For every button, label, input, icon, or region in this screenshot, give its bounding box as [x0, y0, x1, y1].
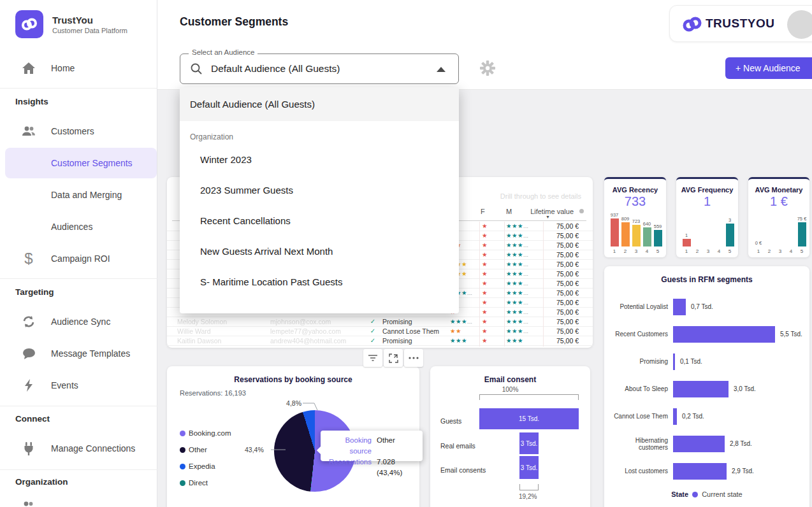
email-consent-card: Email consent 100% Guests15 Tsd.Real ema…	[430, 366, 590, 507]
funnel-top-bracket	[479, 394, 579, 400]
more-options-icon[interactable]	[404, 349, 423, 367]
customers-icon	[20, 125, 37, 137]
kpi-axis-ticks: 12345	[754, 248, 806, 254]
kpi-mini-bars: 13	[682, 217, 734, 246]
sidebar-item-customer-segments[interactable]: Customer Segments	[5, 148, 157, 178]
sidebar-item-customers[interactable]: Customers	[0, 120, 157, 143]
funnel-bar: 3 Tsd.	[519, 432, 539, 454]
kpi-avg-monetary: AVG Monetary 1 € 0 €75 € 12345	[748, 177, 809, 257]
audience-option[interactable]: 2023 Summer Guests	[180, 175, 459, 205]
sidebar-item-campaign-roi[interactable]: $ Campaign ROI	[0, 247, 157, 270]
rfm-segments-card: Guests in RFM segments Potential Loyalis…	[604, 266, 809, 507]
funnel-bottom-bracket	[519, 484, 539, 490]
funnel-top-label: 100%	[430, 386, 590, 393]
people-icon-partial	[20, 501, 36, 507]
legend-dot-icon	[692, 492, 698, 497]
sidebar-item-events[interactable]: Events	[0, 374, 157, 397]
sidebar-item-home[interactable]: Home	[0, 57, 157, 80]
kpi-mini-bars: 937809723640559	[610, 212, 662, 246]
trustyou-wordmark-icon	[681, 15, 703, 36]
divider	[0, 469, 157, 470]
audience-option[interactable]: New Guests Arrival Next Month	[180, 236, 459, 266]
kpi-avg-frequency: AVG Frequency 1 13 12345	[676, 177, 738, 257]
dollar-icon: $	[20, 250, 37, 268]
column-divider	[504, 222, 505, 346]
funnel-bar: 15 Tsd.	[479, 408, 579, 429]
section-title-targeting: Targeting	[15, 287, 54, 297]
rfm-bar-row: About To Sleep3,0 Tsd.	[604, 375, 809, 403]
audience-select[interactable]: Select an Audience Default Audience (All…	[180, 54, 459, 84]
home-icon	[20, 62, 37, 75]
sync-icon	[20, 315, 37, 328]
divider	[0, 88, 157, 89]
app-window: TrustYou Customer Data Platform Home Ins…	[0, 0, 812, 507]
info-dot-icon	[579, 209, 584, 213]
sidebar-item-audiences[interactable]: Audiences	[0, 215, 157, 238]
trustyou-logo-icon	[15, 10, 43, 38]
col-header-m[interactable]: M	[506, 208, 512, 215]
pie-callout-big: 43,4%	[245, 446, 264, 453]
booking-source-card: Reservations by booking source Reservati…	[167, 366, 419, 507]
pie-callout-small: 4,8%	[286, 399, 301, 407]
new-audience-button[interactable]: + New Audience	[725, 57, 812, 79]
audience-option[interactable]: S- Maritime Location Past Guests	[180, 266, 459, 297]
sidebar-item-manage-connections[interactable]: Manage Connections	[0, 437, 157, 460]
brand-name: TrustYou	[52, 15, 127, 25]
audience-dropdown: Default Audience (All Guests) Organizati…	[180, 87, 459, 313]
kpi-mini-bars: 0 €75 €	[754, 216, 806, 246]
audience-option-selected[interactable]: Default Audience (All Guests)	[180, 87, 459, 121]
plug-icon	[20, 442, 37, 455]
topbar-brand-card: TRUSTYOU	[669, 5, 812, 42]
brand: TrustYou Customer Data Platform	[15, 10, 127, 38]
rfm-bar-row: Hibernating customers2,8 Tsd.	[604, 430, 809, 457]
section-title-connect: Connect	[15, 414, 50, 424]
col-header-lifetime[interactable]: Lifetime value	[530, 208, 574, 215]
rfm-bar-row: Recent Customers5,5 Tsd.	[604, 320, 809, 348]
kpi-value: 1 €	[748, 194, 809, 209]
kpi-avg-recency: AVG Recency 733 937809723640559 12345	[604, 177, 666, 257]
filter-icon[interactable]	[363, 349, 382, 367]
audience-group-label: Organization	[190, 132, 459, 141]
gear-icon[interactable]	[479, 60, 496, 79]
focus-mode-icon[interactable]	[384, 349, 403, 367]
search-icon	[190, 62, 203, 78]
kpi-value: 733	[604, 194, 666, 209]
audience-select-value: Default Audience (All Guests)	[211, 54, 340, 83]
sidebar-item-audience-sync[interactable]: Audience Sync	[0, 310, 157, 333]
kpi-axis-ticks: 12345	[610, 248, 662, 254]
funnel-step-label: Guests	[440, 417, 461, 425]
table-row: Kaitlin Dawsonandrew404@hotmail.com✓Prom…	[167, 336, 593, 346]
section-title-insights: Insights	[15, 97, 48, 106]
trustyou-wordmark: TRUSTYOU	[706, 17, 775, 31]
sidebar: TrustYou Customer Data Platform Home Ins…	[0, 0, 157, 507]
audience-option[interactable]: Recent Cancellations	[180, 205, 459, 236]
funnel-bottom-label: 19,2%	[519, 493, 537, 500]
divider	[0, 406, 157, 406]
rfm-bar-row: Cannot Lose Them0,2 Tsd.	[604, 403, 809, 430]
page-title: Customer Segments	[180, 15, 288, 29]
funnel-step-label: Real emails	[440, 442, 475, 450]
audience-options: Winter 20232023 Summer GuestsRecent Canc…	[180, 144, 459, 297]
brand-subtitle: Customer Data Platform	[52, 27, 127, 34]
collapse-arrow-icon[interactable]	[437, 67, 446, 72]
rfm-bars: Potential Loyalist0,7 Tsd.Recent Custome…	[604, 293, 809, 485]
rfm-chart-title: Guests in RFM segments	[604, 275, 809, 284]
divider	[0, 278, 157, 279]
chat-icon	[20, 348, 37, 360]
section-title-organization: Organization	[15, 477, 68, 487]
visual-toolbar	[363, 349, 423, 367]
rfm-bar-row: Promising0,1 Tsd.	[604, 348, 809, 375]
sidebar-item-data-and-merging[interactable]: Data and Merging	[0, 183, 157, 206]
rfm-legend: State Current state	[604, 490, 809, 498]
rfm-bar-row: Potential Loyalist0,7 Tsd.	[604, 293, 809, 320]
column-divider	[543, 222, 544, 346]
funnel-step-label: Email consents	[440, 466, 486, 474]
kpi-value: 1	[676, 194, 738, 209]
sort-desc-icon[interactable]: ▼	[546, 215, 550, 219]
drill-through-hint: Drill through to see details	[500, 192, 581, 200]
sidebar-item-message-templates[interactable]: Message Templates	[0, 342, 157, 365]
pie-tooltip: Booking source Other Reservations 7.028 …	[321, 431, 423, 461]
user-avatar[interactable]	[787, 10, 812, 39]
col-header-f[interactable]: F	[481, 208, 485, 215]
audience-option[interactable]: Winter 2023	[180, 144, 459, 175]
